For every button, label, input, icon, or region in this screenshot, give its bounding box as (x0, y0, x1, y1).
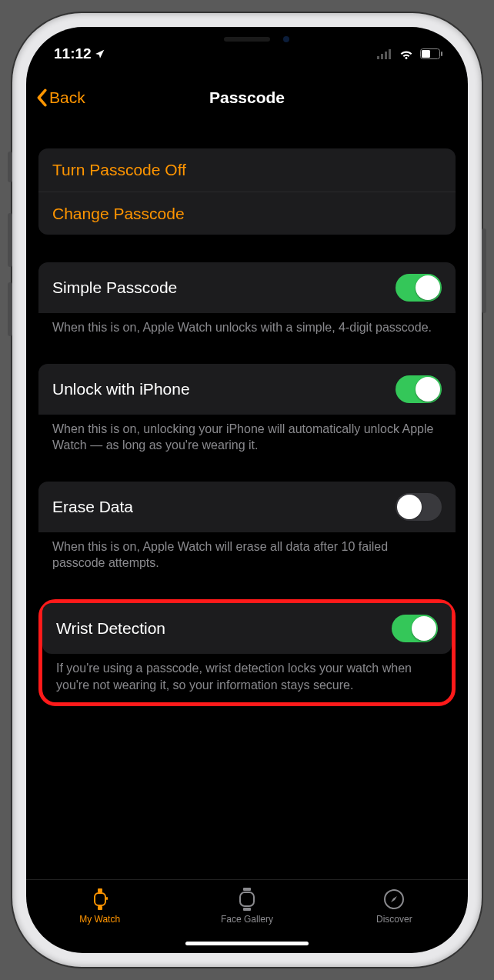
change-passcode-label: Change Passcode (52, 205, 185, 223)
chevron-left-icon (35, 88, 48, 107)
location-arrow-icon (95, 48, 105, 59)
unlock-iphone-label: Unlock with iPhone (52, 380, 190, 398)
erase-data-label: Erase Data (52, 498, 133, 516)
content[interactable]: Turn Passcode Off Change Passcode Simple… (26, 119, 468, 879)
svg-rect-2 (385, 52, 387, 59)
svg-rect-0 (377, 56, 379, 59)
tab-discover-label: Discover (376, 914, 412, 925)
wrist-detection-note: If you're using a passcode, wrist detect… (42, 654, 452, 693)
change-passcode-button[interactable]: Change Passcode (38, 192, 456, 235)
volume-up-button (8, 213, 12, 267)
simple-passcode-cell[interactable]: Simple Passcode (38, 262, 456, 313)
battery-icon (420, 48, 443, 59)
tab-face-gallery[interactable]: Face Gallery (174, 888, 319, 925)
passcode-actions-group: Turn Passcode Off Change Passcode (38, 148, 456, 235)
erase-data-note: When this is on, Apple Watch will erase … (38, 532, 456, 572)
turn-passcode-off-button[interactable]: Turn Passcode Off (38, 148, 456, 192)
svg-rect-5 (441, 52, 442, 56)
simple-passcode-note: When this is on, Apple Watch unlocks wit… (38, 313, 456, 336)
erase-data-toggle[interactable] (396, 493, 442, 521)
mute-switch (8, 152, 12, 182)
back-button[interactable]: Back (35, 88, 85, 107)
unlock-iphone-toggle[interactable] (396, 375, 442, 403)
wrist-detection-toggle[interactable] (392, 615, 438, 642)
power-button (482, 228, 486, 313)
cellular-signal-icon (377, 48, 392, 59)
wrist-detection-label: Wrist Detection (56, 619, 165, 638)
svg-rect-3 (389, 49, 391, 59)
svg-rect-9 (98, 906, 102, 910)
compass-icon (383, 888, 405, 911)
svg-rect-1 (381, 54, 383, 59)
wrist-detection-cell[interactable]: Wrist Detection (42, 603, 452, 654)
nav-bar: Back Passcode (26, 76, 468, 119)
phone-frame: 11:12 (12, 13, 482, 967)
face-gallery-icon (239, 888, 255, 911)
tab-my-watch[interactable]: My Watch (27, 888, 172, 925)
simple-passcode-toggle[interactable] (396, 274, 442, 302)
svg-rect-6 (422, 50, 430, 58)
wrist-detection-highlight: Wrist Detection If you're using a passco… (38, 599, 456, 706)
svg-rect-10 (106, 897, 108, 900)
svg-rect-12 (243, 888, 251, 891)
status-time: 11:12 (54, 45, 92, 62)
erase-data-group: Erase Data When this is on, Apple Watch … (38, 482, 456, 572)
screen: 11:12 (26, 27, 468, 953)
unlock-iphone-note: When this is on, unlocking your iPhone w… (38, 415, 456, 454)
tab-discover[interactable]: Discover (322, 888, 467, 925)
notch (159, 27, 335, 52)
svg-rect-7 (95, 893, 105, 905)
tab-face-gallery-label: Face Gallery (221, 914, 273, 925)
volume-down-button (8, 282, 12, 336)
erase-data-cell[interactable]: Erase Data (38, 482, 456, 532)
watch-icon (90, 888, 110, 911)
simple-passcode-label: Simple Passcode (52, 278, 177, 297)
unlock-iphone-group: Unlock with iPhone When this is on, unlo… (38, 364, 456, 454)
tab-my-watch-label: My Watch (79, 914, 120, 925)
turn-passcode-off-label: Turn Passcode Off (52, 161, 186, 179)
page-title: Passcode (26, 88, 468, 107)
svg-rect-8 (98, 888, 102, 892)
unlock-iphone-cell[interactable]: Unlock with iPhone (38, 364, 456, 415)
home-indicator[interactable] (185, 942, 309, 945)
simple-passcode-group: Simple Passcode When this is on, Apple W… (38, 262, 456, 336)
svg-rect-11 (240, 892, 254, 906)
svg-rect-13 (243, 908, 251, 911)
wifi-icon (399, 48, 414, 59)
back-label: Back (49, 88, 85, 107)
